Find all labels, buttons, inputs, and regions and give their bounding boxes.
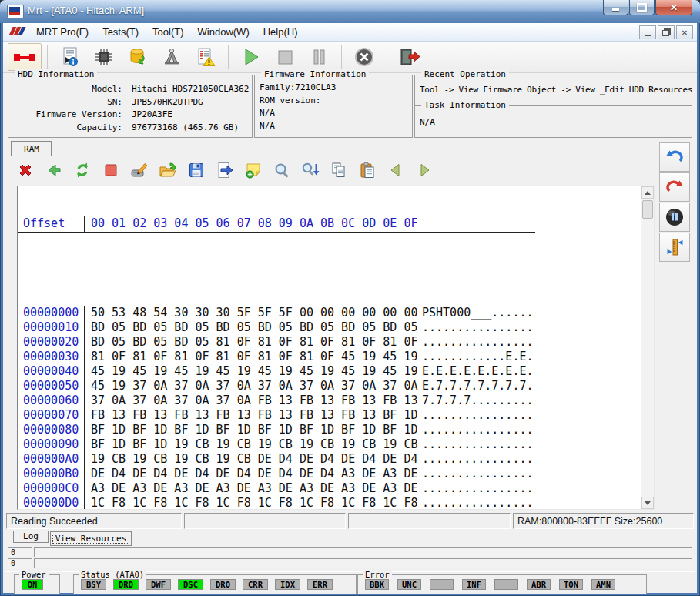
hex-offset: 00000080 xyxy=(18,423,84,437)
hex-bytes: BF 1D BF 1D BF 1D BF 1D BF 1D BF 1D BF 1… xyxy=(84,423,417,437)
hex-row[interactable]: 000000D01C F8 1C F8 1C F8 1C F8 1C F8 1C… xyxy=(18,496,641,509)
redo-button[interactable] xyxy=(659,172,690,202)
copy-button[interactable] xyxy=(324,158,353,182)
tab-log[interactable]: Log xyxy=(13,531,49,543)
undo-button[interactable] xyxy=(659,142,690,172)
hex-row[interactable]: 00000090BF 1D BF 1D 19 CB 19 CB 19 CB 19… xyxy=(18,437,641,452)
status-indicator: DRQ xyxy=(210,579,236,590)
menu-item[interactable]: Help(H) xyxy=(256,25,305,39)
menu-item[interactable]: MRT Pro(F) xyxy=(29,25,95,39)
hdd-info-label: Firmware Version: xyxy=(8,109,122,122)
caliper-button[interactable] xyxy=(155,43,189,71)
firmware-information-title: Firmware Information xyxy=(261,69,369,79)
stop-read-button[interactable] xyxy=(96,158,125,182)
back-button[interactable] xyxy=(39,158,68,182)
hdd-info-value: Hitachi HDS721050CLA362 xyxy=(122,83,249,96)
prev-button[interactable] xyxy=(381,158,410,182)
minimize-button[interactable] xyxy=(603,0,628,15)
export-icon xyxy=(216,162,234,179)
redo-icon xyxy=(665,178,685,196)
hex-row[interactable]: 000000B0DE D4 DE D4 DE D4 DE D4 DE D4 DE… xyxy=(18,467,641,481)
menu-bar: MRT Pro(F)Tests(T)Tool(T)Window(W)Help(H… xyxy=(3,23,697,42)
tab-view-resources[interactable]: View Resources xyxy=(50,531,132,546)
ruler-icon xyxy=(665,237,685,257)
vertical-scrollbar[interactable] xyxy=(641,186,654,509)
exit-button[interactable] xyxy=(393,43,427,71)
caliper-icon xyxy=(162,47,182,67)
tab-ram[interactable]: RAM xyxy=(11,141,52,156)
start-button[interactable] xyxy=(234,43,268,71)
save-button[interactable] xyxy=(182,158,210,182)
hex-row[interactable]: 0000005045 19 37 0A 37 0A 37 0A 37 0A 37… xyxy=(18,379,641,393)
close-button[interactable]: ✕ xyxy=(655,0,692,15)
connect-button[interactable] xyxy=(8,43,42,71)
hdd-information-panel: HDD Information Model: Hitachi HDS721050… xyxy=(8,75,253,138)
pause-task-button[interactable] xyxy=(659,203,690,232)
stop-button[interactable] xyxy=(268,43,302,71)
mdi-restore-button[interactable] xyxy=(658,25,675,39)
load-database-button[interactable] xyxy=(121,43,155,71)
hex-offset: 00000050 xyxy=(18,379,84,393)
hex-offset: 000000A0 xyxy=(18,452,84,467)
hex-row[interactable]: 00000010BD 05 BD 05 BD 05 BD 05 BD 05 BD… xyxy=(18,320,641,335)
hex-viewer[interactable]: Offset00 01 02 03 04 05 06 07 08 09 0A 0… xyxy=(17,186,655,510)
save-icon xyxy=(188,162,205,179)
scrollbar-thumb[interactable] xyxy=(642,200,653,219)
close-icon: ✕ xyxy=(670,3,678,12)
cancel-button[interactable] xyxy=(347,43,381,71)
search-next-button[interactable] xyxy=(296,158,324,182)
recent-operation-text: Tool -> View Firmware Object -> View _Ed… xyxy=(420,85,692,95)
client-area: MRT Pro(F)Tests(T)Tool(T)Window(W)Help(H… xyxy=(3,23,697,593)
hex-content: Offset00 01 02 03 04 05 06 07 08 09 0A 0… xyxy=(18,186,641,509)
hdd-info-value: JPB570HK2UTPDG xyxy=(122,96,203,109)
refresh-button[interactable] xyxy=(68,158,96,182)
scroll-down-button[interactable] xyxy=(641,497,654,509)
delete-button[interactable] xyxy=(11,158,39,182)
menu-item[interactable]: Tests(T) xyxy=(95,25,146,39)
edit-disk-icon xyxy=(130,162,149,179)
next-button[interactable] xyxy=(410,158,438,182)
edit-button[interactable] xyxy=(125,158,153,182)
mdi-close-button[interactable]: ✕ xyxy=(676,25,693,39)
hex-row[interactable]: 00000080BF 1D BF 1D BF 1D BF 1D BF 1D BF… xyxy=(18,423,641,437)
add-note-button[interactable] xyxy=(239,158,267,182)
hdd-info-value: JP20A3FE xyxy=(122,109,172,122)
export-button[interactable] xyxy=(210,158,239,182)
status-indicator: ERR xyxy=(307,579,333,590)
error-indicator: INF xyxy=(462,579,486,590)
chip-button[interactable] xyxy=(87,43,121,71)
paste-button[interactable] xyxy=(353,158,381,182)
indicator-panel: Power ON Status (ATA0) BSYDRDDWFDSCDRQCR… xyxy=(5,571,695,594)
hex-row[interactable]: 0000000050 53 48 54 30 30 30 5F 5F 5F 00… xyxy=(18,306,641,320)
ata-status-panel: Status (ATA0) BSYDRDDWFDSCDRQCRRIDXERR xyxy=(73,574,357,594)
open-button[interactable] xyxy=(153,158,182,182)
menu-item[interactable]: Tool(T) xyxy=(146,25,190,39)
hex-row[interactable]: 00000070FB 13 FB 13 FB 13 FB 13 FB 13 FB… xyxy=(18,408,641,423)
hex-header-row: Offset00 01 02 03 04 05 06 07 08 09 0A 0… xyxy=(18,216,535,233)
search-button[interactable] xyxy=(267,158,296,182)
mdi-close-icon: ✕ xyxy=(682,28,688,37)
hex-ascii-header xyxy=(417,216,535,232)
status-cell-2 xyxy=(184,513,346,529)
measure-button[interactable] xyxy=(659,233,690,262)
hdd-info-label: Capacity: xyxy=(8,122,122,135)
view-info-button[interactable] xyxy=(53,43,87,71)
cancel-icon xyxy=(354,47,374,67)
scroll-up-button[interactable] xyxy=(641,186,654,199)
hex-row[interactable]: 000000C0A3 DE A3 DE A3 DE A3 DE A3 DE A3… xyxy=(18,481,641,496)
counter-row: 0 xyxy=(8,547,692,557)
hdd-info-label: Model: xyxy=(8,83,122,96)
hex-row[interactable]: 000000A019 CB 19 CB 19 CB 19 CB DE D4 DE… xyxy=(18,452,641,467)
hex-row[interactable]: 00000020BD 05 BD 05 BD 05 81 0F 81 0F 81… xyxy=(18,335,641,350)
menu-item[interactable]: Window(W) xyxy=(191,25,256,39)
mdi-minimize-button[interactable] xyxy=(639,25,656,39)
hex-row[interactable]: 0000004045 19 45 19 45 19 45 19 45 19 45… xyxy=(18,364,641,379)
pause-button[interactable] xyxy=(302,43,336,71)
counter-value: 0 xyxy=(8,558,32,568)
hex-row[interactable]: 0000006037 0A 37 0A 37 0A 37 0A FB 13 FB… xyxy=(18,393,641,408)
report-button[interactable] xyxy=(189,43,223,71)
document-tab-strip: RAM xyxy=(3,139,697,156)
maximize-button[interactable] xyxy=(629,0,655,15)
status-indicator: CRR xyxy=(243,579,268,590)
hex-row[interactable]: 0000003081 0F 81 0F 81 0F 81 0F 81 0F 81… xyxy=(18,350,641,364)
